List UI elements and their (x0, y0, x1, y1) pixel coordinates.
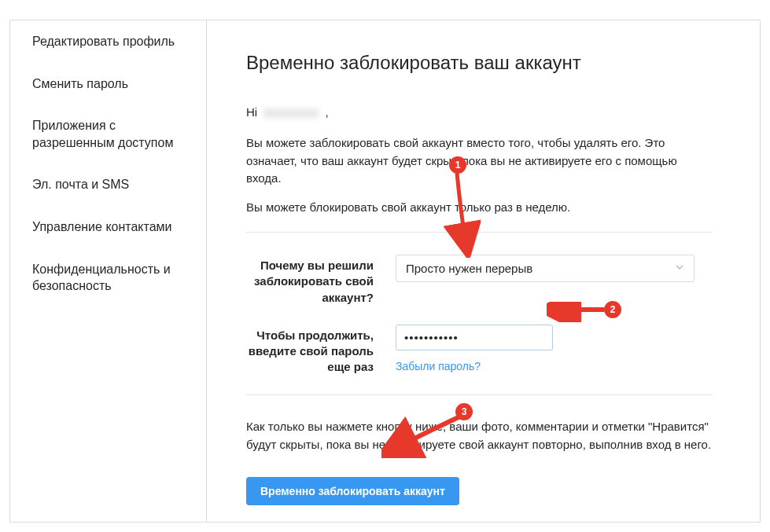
password-label: Чтобы продолжить, введите свой пароль ещ… (246, 325, 396, 376)
settings-sidebar: Редактировать профиль Сменить пароль При… (10, 20, 207, 522)
reason-select[interactable]: Просто нужен перерыв (396, 255, 694, 282)
chevron-down-icon (675, 262, 684, 274)
sidebar-item-manage-contacts[interactable]: Управление контактами (10, 206, 206, 248)
annotation-badge-1: 1 (449, 156, 466, 174)
forgot-password-link[interactable]: Забыли пароль? (396, 360, 481, 372)
annotation-badge-3: 3 (455, 403, 473, 420)
divider-2 (246, 394, 713, 395)
reason-select-value: Просто нужен перерыв (406, 262, 532, 275)
sidebar-item-email-sms[interactable]: Эл. почта и SMS (10, 163, 206, 206)
final-info-text: Как только вы нажмете кнопку ниже, ваши … (246, 417, 713, 454)
password-input[interactable] (396, 325, 553, 350)
sidebar-item-change-password[interactable]: Сменить пароль (10, 63, 206, 105)
username-masked (263, 108, 319, 118)
info-text-2: Вы можете блокировать свой аккаунт тольк… (246, 199, 713, 217)
greeting-text: Hi , (246, 105, 713, 119)
divider (246, 232, 713, 233)
page-title: Временно заблокировать ваш аккаунт (246, 52, 713, 74)
sidebar-item-authorized-apps[interactable]: Приложения с разрешенным доступом (10, 105, 206, 163)
sidebar-item-privacy-security[interactable]: Конфиденциальность и безопасность (10, 248, 206, 307)
info-text-1: Вы можете заблокировать свой аккаунт вме… (246, 134, 713, 188)
sidebar-item-edit-profile[interactable]: Редактировать профиль (10, 20, 206, 63)
reason-label: Почему вы решили заблокировать свой акка… (246, 255, 396, 306)
disable-account-button[interactable]: Временно заблокировать аккаунт (246, 477, 459, 505)
annotation-badge-2: 2 (604, 301, 621, 318)
main-content: Временно заблокировать ваш аккаунт Hi , … (207, 20, 760, 522)
